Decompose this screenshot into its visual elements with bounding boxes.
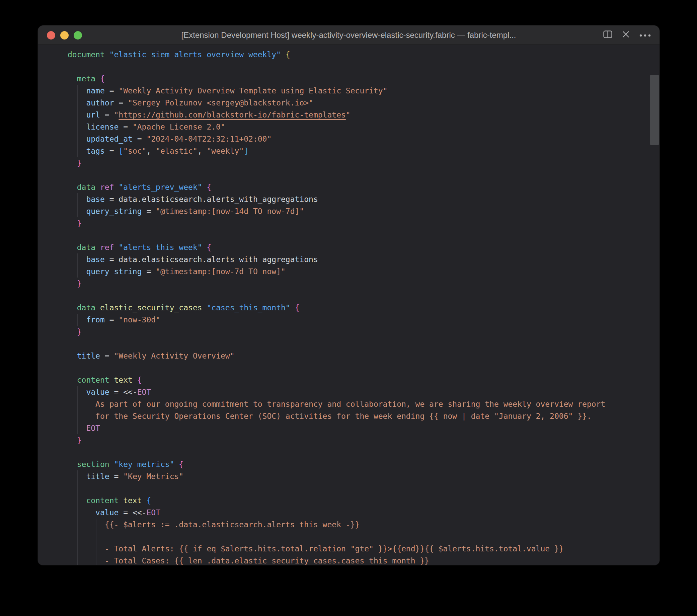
code-token: } xyxy=(77,159,82,167)
code-token: As part of our ongoing commitment to tra… xyxy=(95,400,605,408)
code-token: - Total Cases: {{ len .data.elastic_secu… xyxy=(105,556,429,565)
code-token: "alerts_prev_week" xyxy=(119,183,207,191)
code-token: , xyxy=(146,147,156,155)
code-token: data xyxy=(77,303,100,312)
code-token: name xyxy=(86,86,109,95)
window-title: [Extension Development Host] weekly-acti… xyxy=(38,26,659,45)
code-token: content xyxy=(86,496,123,505)
code-token: " xyxy=(346,111,351,119)
code-line: } xyxy=(68,157,659,169)
more-actions-icon xyxy=(639,32,651,38)
code-line: author = "Sergey Polzunov <sergey@blacks… xyxy=(68,97,659,109)
code-token: "Key Metrics" xyxy=(123,472,183,481)
code-line: for the Security Operations Center (SOC)… xyxy=(68,410,659,422)
code-token: query_string xyxy=(86,267,146,276)
code-line: title = "Key Metrics" xyxy=(68,470,659,482)
code-line: EOT xyxy=(68,422,659,434)
indent-guide xyxy=(77,253,78,278)
code-token: } xyxy=(77,327,82,336)
indent-guide xyxy=(77,193,78,217)
scrollbar-thumb[interactable] xyxy=(650,75,659,145)
code-token: data xyxy=(77,243,100,252)
code-token: EOT xyxy=(86,424,100,432)
code-token: EOT xyxy=(137,388,151,396)
close-icon xyxy=(622,31,629,39)
code-token: license xyxy=(86,122,123,131)
code-token: "elastic_siem_alerts_overview_weekly" xyxy=(109,50,285,59)
code-line xyxy=(68,61,659,73)
code-token: "Apache License 2.0" xyxy=(133,122,225,131)
code-token: title xyxy=(77,352,105,360)
code-token: "Weekly Activity Overview" xyxy=(114,352,235,360)
code-token: = xyxy=(114,388,123,396)
code-line: document "elastic_siem_alerts_overview_w… xyxy=(68,48,659,61)
code-line xyxy=(68,169,659,181)
code-line xyxy=(68,290,659,302)
code-area[interactable]: document "elastic_siem_alerts_overview_w… xyxy=(38,45,659,565)
code-line: license = "Apache License 2.0" xyxy=(68,121,659,133)
split-editor-button[interactable] xyxy=(603,30,612,40)
code-token: document xyxy=(68,50,109,59)
code-line: data ref "alerts_prev_week" { xyxy=(68,181,659,193)
code-token: = xyxy=(109,86,119,95)
indent-guide xyxy=(96,518,97,565)
code-line: } xyxy=(68,326,659,338)
code-token: = xyxy=(123,122,133,131)
code-token: title xyxy=(86,472,114,481)
code-token: updated_at xyxy=(86,135,137,143)
code-line: title = "Weekly Activity Overview" xyxy=(68,350,659,362)
code-token: tags xyxy=(86,147,109,155)
vscode-window: [Extension Development Host] weekly-acti… xyxy=(38,26,659,565)
code-line: query_string = "@timestamp:[now-7d TO no… xyxy=(68,265,659,278)
code-token: elastic_security_cases xyxy=(100,303,207,312)
code-line: base = data.elasticsearch.alerts_with_ag… xyxy=(68,253,659,265)
indent-guide xyxy=(77,470,78,565)
code-token: query_string xyxy=(86,207,146,216)
split-editor-icon xyxy=(603,30,612,40)
code-line: {{- $alerts := .data.elasticsearch.alert… xyxy=(68,518,659,531)
code-line xyxy=(68,338,659,350)
code-token: text xyxy=(114,376,137,384)
more-actions-button[interactable] xyxy=(639,32,651,38)
code-token: <<- xyxy=(133,508,147,517)
code-line: from = "now-30d" xyxy=(68,314,659,326)
code-token: text xyxy=(123,496,146,505)
code-token: section xyxy=(77,460,114,469)
code-token: = xyxy=(105,352,114,360)
code-token: { xyxy=(179,460,183,469)
code-token: url xyxy=(86,111,104,119)
indent-guide xyxy=(77,85,78,157)
code-line: name = "Weekly Activity Overview Templat… xyxy=(68,85,659,97)
code-token: base xyxy=(86,195,109,204)
code-token: "elastic" xyxy=(156,147,197,155)
code-line: } xyxy=(68,217,659,229)
code-line: section "key_metrics" { xyxy=(68,458,659,470)
code-line: } xyxy=(68,278,659,290)
code-token: meta xyxy=(77,74,100,83)
titlebar: [Extension Development Host] weekly-acti… xyxy=(38,26,659,45)
code-token: author xyxy=(86,99,119,107)
code-token: - Total Alerts: {{ if eq $alerts.hits.to… xyxy=(105,544,564,553)
code-token: "@timestamp:[now-7d TO now]" xyxy=(156,267,285,276)
code-token: ref xyxy=(100,183,119,191)
code-line: base = data.elasticsearch.alerts_with_ag… xyxy=(68,193,659,205)
code-token: , xyxy=(197,147,207,155)
code-line: value = <<-EOT xyxy=(68,386,659,398)
code-line: content text { xyxy=(68,495,659,507)
code-token: } xyxy=(77,279,82,288)
code-line: query_string = "@timestamp:[now-14d TO n… xyxy=(68,205,659,217)
code-line xyxy=(68,446,659,458)
code-token: for the Security Operations Center (SOC)… xyxy=(95,412,592,421)
code-token: { xyxy=(137,376,142,384)
code-token: "soc" xyxy=(123,147,146,155)
code-token: "now-30d" xyxy=(119,316,160,324)
code-token: from xyxy=(86,316,109,324)
code-line: content text { xyxy=(68,374,659,386)
code-line: data ref "alerts_this_week" { xyxy=(68,241,659,253)
code-token: https://github.com/blackstork-io/fabric-… xyxy=(119,111,346,119)
code-token: = xyxy=(146,267,156,276)
code-line: tags = ["soc", "elastic", "weekly"] xyxy=(68,145,659,157)
code-line: - Total Cases: {{ len .data.elastic_secu… xyxy=(68,555,659,565)
close-editor-button[interactable] xyxy=(622,31,629,39)
code-token: { xyxy=(146,496,151,505)
